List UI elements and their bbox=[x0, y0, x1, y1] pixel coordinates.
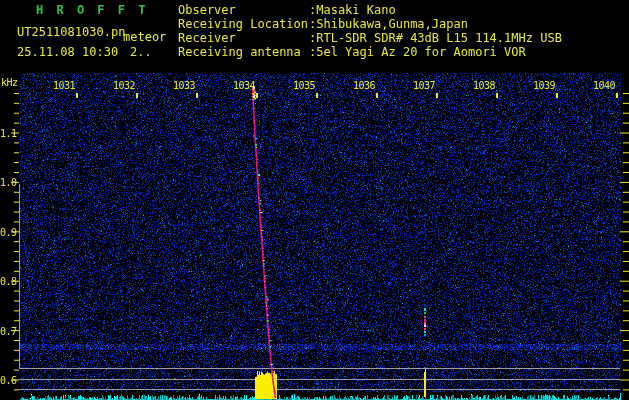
time-axis-label: 1031 bbox=[53, 79, 75, 92]
info-label: Receiving Location bbox=[178, 18, 308, 31]
time-axis-label: 1033 bbox=[173, 79, 195, 92]
info-label: Receiver bbox=[178, 32, 236, 45]
info-value: :Masaki Kano bbox=[309, 4, 396, 17]
spectrogram-canvas bbox=[0, 0, 629, 400]
capture-filename: UT2511081030.pn bbox=[17, 26, 125, 39]
time-axis-label: 1040 bbox=[593, 79, 615, 92]
meteor-mode-label: meteor bbox=[123, 31, 166, 44]
info-label: Receiving antenna bbox=[178, 46, 301, 59]
echo-counter: 2.. bbox=[130, 46, 152, 59]
time-axis-label: 1034 bbox=[233, 79, 255, 92]
freq-axis-label: 0.6 bbox=[0, 374, 17, 387]
time-axis-label: 1035 bbox=[293, 79, 315, 92]
freq-axis-label: 1.1 bbox=[0, 127, 17, 140]
capture-datetime: 25.11.08 10:30 bbox=[17, 46, 118, 59]
time-axis-label: 1032 bbox=[113, 79, 135, 92]
info-value: :RTL-SDR SDR# 43dB L15 114.1MHz USB bbox=[309, 32, 562, 45]
info-value: :5el Yagi Az 20 for Aomori VOR bbox=[309, 46, 526, 59]
app-title: H R O F F T bbox=[36, 4, 148, 17]
freq-axis-label: 0.9 bbox=[0, 226, 17, 239]
freq-axis-label: 0.8 bbox=[0, 275, 17, 288]
time-axis-label: 1036 bbox=[353, 79, 375, 92]
time-axis-label: 1037 bbox=[413, 79, 435, 92]
freq-unit-label: kHz bbox=[1, 76, 18, 89]
freq-axis-label: 0.7 bbox=[0, 325, 17, 338]
freq-axis-label: 1.0 bbox=[0, 176, 17, 189]
time-axis-label: 1039 bbox=[533, 79, 555, 92]
info-value: :Shibukawa,Gunma,Japan bbox=[309, 18, 468, 31]
time-axis-label: 1038 bbox=[473, 79, 495, 92]
hrofft-spectrogram-screen: H R O F F T UT2511081030.pn meteor 25.11… bbox=[0, 0, 629, 400]
info-label: Observer bbox=[178, 4, 236, 17]
